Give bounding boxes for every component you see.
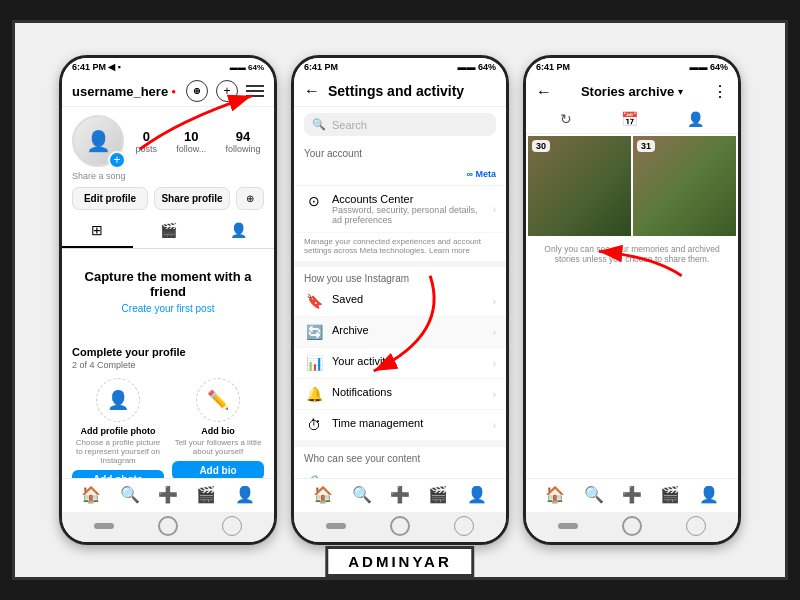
nav-dot-tri-2 bbox=[454, 516, 474, 536]
meta-row: ∞ Meta bbox=[294, 163, 506, 186]
tab-grid[interactable]: ⊞ bbox=[62, 214, 133, 248]
nav-add-1[interactable]: ➕ bbox=[158, 485, 178, 504]
threads-icon[interactable]: ⊕ bbox=[186, 80, 208, 102]
activity-item[interactable]: 📊 Your activity › bbox=[294, 348, 506, 379]
nav-add-3[interactable]: ➕ bbox=[622, 485, 642, 504]
account-privacy-item[interactable]: 🔒 Account privacy Private › bbox=[294, 466, 506, 478]
story-date-30: 30 bbox=[532, 140, 550, 152]
archive-header: ← Stories archive ▾ ⋮ bbox=[526, 74, 738, 107]
phone-3-content: ← Stories archive ▾ ⋮ ↻ 📅 👤 bbox=[526, 74, 738, 478]
followers-stat: 10 follow... bbox=[176, 129, 206, 154]
saved-chevron: › bbox=[493, 296, 496, 307]
refresh-icon[interactable]: ↻ bbox=[560, 111, 572, 127]
story-item-31[interactable]: 31 bbox=[633, 136, 736, 236]
menu-icon[interactable] bbox=[246, 85, 264, 97]
following-stat: 94 following bbox=[225, 129, 260, 154]
status-bar-2: 6:41 PM ▬▬ 64% bbox=[294, 58, 506, 74]
capture-section: Capture the moment with a friend Create … bbox=[62, 249, 274, 346]
archive-chevron: › bbox=[493, 327, 496, 338]
nav-home-3[interactable]: 🏠 bbox=[545, 485, 565, 504]
nav-dots-3 bbox=[526, 512, 738, 542]
add-story-button[interactable]: + bbox=[108, 151, 126, 169]
bio-icon: ✏️ bbox=[196, 378, 240, 422]
battery-1: ▬▬ 64% bbox=[230, 63, 264, 72]
add-post-icon[interactable]: + bbox=[216, 80, 238, 102]
battery-3: ▬▬ 64% bbox=[689, 62, 728, 72]
nav-dots-2 bbox=[294, 512, 506, 542]
profile-tabs: ⊞ 🎬 👤 bbox=[62, 214, 274, 249]
time-management-item[interactable]: ⏱ Time management › bbox=[294, 410, 506, 441]
people-icon[interactable]: 👤 bbox=[687, 111, 704, 127]
bottom-nav-2: 🏠 🔍 ➕ 🎬 👤 bbox=[294, 478, 506, 512]
story-item-30[interactable]: 30 bbox=[528, 136, 631, 236]
settings-search[interactable]: 🔍 Search bbox=[304, 113, 496, 136]
phone-1-profile: 6:41 PM ◀ ▪ ▬▬ 64% username_here ● ⊕ + bbox=[59, 55, 277, 545]
nav-profile-1[interactable]: 👤 bbox=[235, 485, 255, 504]
calendar-icon[interactable]: 📅 bbox=[621, 111, 638, 127]
bottom-nav-3: 🏠 🔍 ➕ 🎬 👤 bbox=[526, 478, 738, 512]
add-bio-item: ✏️ Add bio Tell your followers a little … bbox=[172, 378, 264, 478]
search-placeholder: Search bbox=[332, 119, 367, 131]
notification-dot: ● bbox=[171, 87, 176, 96]
archive-chevron-down[interactable]: ▾ bbox=[678, 86, 683, 97]
nav-reels-2[interactable]: 🎬 bbox=[428, 485, 448, 504]
add-bio-button[interactable]: Add bio bbox=[172, 461, 264, 478]
stories-grid: 30 31 bbox=[526, 134, 738, 238]
nav-search-1[interactable]: 🔍 bbox=[120, 485, 140, 504]
archive-title: Stories archive bbox=[581, 84, 674, 99]
saved-icon: 🔖 bbox=[304, 293, 324, 309]
nav-dot-circ-2 bbox=[390, 516, 410, 536]
time-3: 6:41 PM bbox=[536, 62, 570, 72]
nav-home-2[interactable]: 🏠 bbox=[313, 485, 333, 504]
nav-profile-3[interactable]: 👤 bbox=[699, 485, 719, 504]
nav-profile-2[interactable]: 👤 bbox=[467, 485, 487, 504]
nav-search-2[interactable]: 🔍 bbox=[352, 485, 372, 504]
nav-reels-3[interactable]: 🎬 bbox=[660, 485, 680, 504]
nav-add-2[interactable]: ➕ bbox=[390, 485, 410, 504]
accounts-center-item[interactable]: ⊙ Accounts Center Password, security, pe… bbox=[294, 186, 506, 233]
signal-1: ◀ ▪ bbox=[108, 62, 121, 72]
phone-1-content: username_here ● ⊕ + 👤 + bbox=[62, 74, 274, 478]
complete-profile: Complete your profile 2 of 4 Complete 👤 … bbox=[62, 346, 274, 478]
time-2: 6:41 PM bbox=[304, 62, 338, 72]
saved-item[interactable]: 🔖 Saved › bbox=[294, 286, 506, 317]
story-date-31: 31 bbox=[637, 140, 655, 152]
nav-home-1[interactable]: 🏠 bbox=[81, 485, 101, 504]
back-button-3[interactable]: ← bbox=[536, 83, 552, 101]
tab-video[interactable]: 🎬 bbox=[133, 214, 204, 248]
watermark: ADMINYAR bbox=[325, 546, 474, 577]
discover-button[interactable]: ⊕ bbox=[236, 187, 264, 210]
nav-dots-1 bbox=[62, 512, 274, 542]
status-bar-3: 6:41 PM ▬▬ 64% bbox=[526, 58, 738, 74]
action-buttons: Edit profile Share profile ⊕ bbox=[62, 183, 274, 214]
notifications-chevron: › bbox=[493, 389, 496, 400]
nav-dot-tri-3 bbox=[686, 516, 706, 536]
archive-item[interactable]: 🔄 Archive › bbox=[294, 317, 506, 348]
posts-stat: 0 posts bbox=[136, 129, 158, 154]
phones-row: 6:41 PM ◀ ▪ ▬▬ 64% username_here ● ⊕ + bbox=[49, 45, 751, 555]
add-photo-button[interactable]: Add photo bbox=[72, 470, 164, 478]
edit-profile-button[interactable]: Edit profile bbox=[72, 187, 148, 210]
nav-dot-circ-3 bbox=[622, 516, 642, 536]
story-info-text: Only you can see your memories and archi… bbox=[526, 238, 738, 270]
tab-tagged[interactable]: 👤 bbox=[203, 214, 274, 248]
share-profile-button[interactable]: Share profile bbox=[154, 187, 230, 210]
your-account-label: Your account bbox=[294, 142, 506, 163]
more-options-icon[interactable]: ⋮ bbox=[712, 82, 728, 101]
notifications-item[interactable]: 🔔 Notifications › bbox=[294, 379, 506, 410]
notifications-icon: 🔔 bbox=[304, 386, 324, 402]
settings-title: Settings and activity bbox=[328, 83, 496, 99]
nav-reels-1[interactable]: 🎬 bbox=[196, 485, 216, 504]
header-icons: ⊕ + bbox=[186, 80, 264, 102]
archive-header-icons: ⋮ bbox=[712, 82, 728, 101]
battery-2: ▬▬ 64% bbox=[457, 62, 496, 72]
activity-icon: 📊 bbox=[304, 355, 324, 371]
activity-title: Your activity bbox=[332, 355, 485, 367]
nav-dot-sq-2 bbox=[326, 523, 346, 529]
share-song: Share a song bbox=[62, 171, 274, 183]
phone-3-archive: 6:41 PM ▬▬ 64% ← Stories archive ▾ ⋮ bbox=[523, 55, 741, 545]
stats-row: 0 posts 10 follow... 94 following bbox=[132, 129, 264, 154]
nav-search-3[interactable]: 🔍 bbox=[584, 485, 604, 504]
profile-username: username_here ● bbox=[72, 84, 176, 99]
back-button-2[interactable]: ← bbox=[304, 82, 320, 100]
